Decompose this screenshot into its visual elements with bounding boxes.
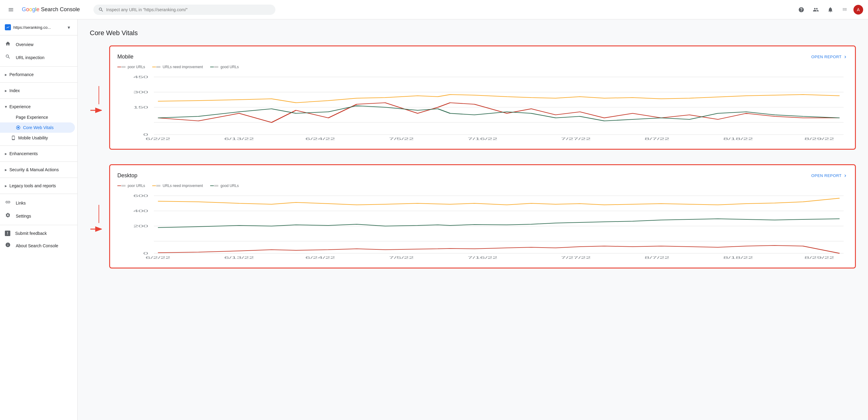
desktop-legend-good: good URLs bbox=[210, 184, 239, 188]
sidebar-section-index-label: Index bbox=[9, 88, 20, 93]
experience-chevron-icon: ▾ bbox=[5, 104, 7, 109]
search-input[interactable] bbox=[106, 7, 271, 12]
sidebar-divider-2 bbox=[0, 83, 78, 83]
desktop-good-line-icon bbox=[210, 184, 219, 187]
svg-text:7/5/22: 7/5/22 bbox=[389, 256, 414, 259]
sidebar-item-about[interactable]: About Search Console bbox=[0, 239, 75, 252]
performance-chevron-icon: ▸ bbox=[5, 72, 7, 77]
svg-text:7/16/22: 7/16/22 bbox=[468, 256, 497, 259]
header-left: Google Search Console bbox=[5, 4, 84, 16]
sidebar-item-links-label: Links bbox=[16, 201, 26, 205]
sidebar: https://seranking.co... ▾ Overview URL i… bbox=[0, 20, 78, 420]
arrow-line-v bbox=[99, 86, 99, 104]
security-chevron-icon: ▸ bbox=[5, 167, 7, 172]
mobile-card-row: Mobile OPEN REPORT poor URLs URLs need i… bbox=[90, 45, 856, 157]
app-layout: https://seranking.co... ▾ Overview URL i… bbox=[0, 20, 868, 420]
accounts-button[interactable] bbox=[810, 4, 822, 16]
svg-text:7/16/22: 7/16/22 bbox=[468, 137, 497, 140]
sidebar-item-core-web-vitals-label: Core Web Vitals bbox=[23, 125, 54, 130]
logo-g2: g bbox=[32, 6, 35, 12]
sidebar-item-core-web-vitals[interactable]: Core Web Vitals bbox=[0, 122, 75, 133]
desktop-red-arrow-right bbox=[90, 223, 102, 235]
desktop-open-report-button[interactable]: OPEN REPORT bbox=[811, 173, 848, 178]
app-header: Google Search Console A bbox=[0, 0, 868, 20]
sidebar-section-experience[interactable]: ▾ Experience bbox=[0, 101, 78, 112]
mobile-chart-svg: 450 300 150 0 6/2/22 6/13/22 6/24 bbox=[117, 74, 848, 140]
svg-text:8/18/22: 8/18/22 bbox=[723, 137, 753, 140]
sidebar-section-enhancements-label: Enhancements bbox=[9, 151, 38, 156]
desktop-card-title: Desktop bbox=[117, 172, 137, 179]
svg-text:400: 400 bbox=[133, 209, 148, 213]
svg-text:6/13/22: 6/13/22 bbox=[224, 137, 254, 140]
mobile-legend-poor: poor URLs bbox=[117, 65, 145, 69]
apps-button[interactable] bbox=[839, 4, 851, 16]
svg-text:0: 0 bbox=[143, 252, 148, 255]
svg-rect-8 bbox=[214, 66, 218, 68]
desktop-card: Desktop OPEN REPORT poor URLs URLs need … bbox=[109, 164, 856, 268]
svg-text:8/29/22: 8/29/22 bbox=[804, 256, 834, 259]
sidebar-item-settings[interactable]: Settings bbox=[0, 209, 75, 222]
svg-text:7/27/22: 7/27/22 bbox=[561, 137, 591, 140]
svg-text:6/24/22: 6/24/22 bbox=[305, 256, 335, 259]
settings-icon bbox=[5, 213, 11, 219]
help-button[interactable] bbox=[795, 4, 807, 16]
search-nav-icon bbox=[5, 54, 11, 61]
legacy-chevron-icon: ▸ bbox=[5, 183, 7, 188]
menu-button[interactable] bbox=[5, 4, 17, 16]
sidebar-section-enhancements[interactable]: ▸ Enhancements bbox=[0, 148, 78, 159]
mobile-card-title: Mobile bbox=[117, 54, 133, 60]
sidebar-item-mobile-usability[interactable]: Mobile Usability bbox=[0, 133, 75, 143]
desktop-arrow-annotation bbox=[90, 205, 102, 235]
sidebar-section-security[interactable]: ▸ Security & Manual Actions bbox=[0, 164, 78, 175]
sidebar-item-url-inspection[interactable]: URL inspection bbox=[0, 51, 75, 64]
svg-point-1 bbox=[17, 127, 19, 128]
sidebar-divider-7 bbox=[0, 194, 78, 194]
sidebar-item-overview[interactable]: Overview bbox=[0, 38, 75, 51]
desktop-legend: poor URLs URLs need improvement good URL… bbox=[117, 184, 848, 188]
open-report-chevron-icon bbox=[843, 55, 848, 59]
mobile-card: Mobile OPEN REPORT poor URLs URLs need i… bbox=[109, 45, 856, 150]
sidebar-section-legacy-label: Legacy tools and reports bbox=[9, 183, 56, 188]
desktop-chart-container: 600 400 200 0 6/2/22 6/13/22 6/24 bbox=[117, 193, 848, 260]
mobile-icon bbox=[11, 135, 16, 140]
sidebar-section-legacy[interactable]: ▸ Legacy tools and reports bbox=[0, 180, 78, 191]
enhancements-chevron-icon: ▸ bbox=[5, 151, 7, 156]
logo-e: e bbox=[36, 6, 39, 12]
sidebar-item-links[interactable]: Links bbox=[0, 196, 75, 209]
sidebar-divider-1 bbox=[0, 66, 78, 67]
sidebar-item-page-experience[interactable]: Page Experience bbox=[0, 112, 75, 122]
svg-text:8/7/22: 8/7/22 bbox=[645, 137, 669, 140]
sidebar-item-about-label: About Search Console bbox=[16, 243, 58, 248]
page-title: Core Web Vitals bbox=[90, 29, 856, 37]
logo-o2: o bbox=[29, 6, 32, 12]
index-chevron-icon: ▸ bbox=[5, 88, 7, 93]
desktop-card-row: Desktop OPEN REPORT poor URLs URLs need … bbox=[90, 164, 856, 276]
mobile-legend-good: good URLs bbox=[210, 65, 239, 69]
sidebar-section-performance[interactable]: ▸ Performance bbox=[0, 69, 78, 80]
search-bar[interactable] bbox=[93, 4, 275, 15]
sidebar-section-index[interactable]: ▸ Index bbox=[0, 85, 78, 96]
sidebar-item-url-inspection-label: URL inspection bbox=[16, 55, 44, 60]
svg-rect-33 bbox=[214, 185, 218, 187]
svg-text:150: 150 bbox=[133, 105, 148, 109]
svg-text:7/5/22: 7/5/22 bbox=[389, 137, 414, 140]
app-logo: Google Search Console bbox=[22, 6, 80, 13]
good-line-icon bbox=[210, 65, 219, 68]
sidebar-divider-top bbox=[0, 35, 78, 35]
avatar[interactable]: A bbox=[854, 5, 863, 14]
sidebar-item-feedback[interactable]: ! Submit feedback bbox=[0, 228, 75, 239]
mobile-open-report-button[interactable]: OPEN REPORT bbox=[811, 55, 848, 59]
feedback-icon: ! bbox=[5, 231, 10, 236]
property-selector[interactable]: https://seranking.co... ▾ bbox=[0, 22, 75, 33]
sidebar-item-settings-label: Settings bbox=[16, 214, 31, 219]
desktop-needs-improvement-line-icon bbox=[152, 184, 161, 187]
poor-line-icon bbox=[117, 65, 126, 68]
svg-text:8/7/22: 8/7/22 bbox=[645, 256, 669, 259]
mobile-legend: poor URLs URLs need improvement good URL… bbox=[117, 65, 848, 69]
needs-improvement-line-icon bbox=[152, 65, 161, 68]
main-content: Core Web Vitals Mobile OPEN REPORT bbox=[78, 20, 868, 420]
home-icon bbox=[5, 41, 11, 48]
notifications-button[interactable] bbox=[824, 4, 836, 16]
svg-text:8/29/22: 8/29/22 bbox=[804, 137, 834, 140]
links-icon bbox=[5, 199, 11, 206]
